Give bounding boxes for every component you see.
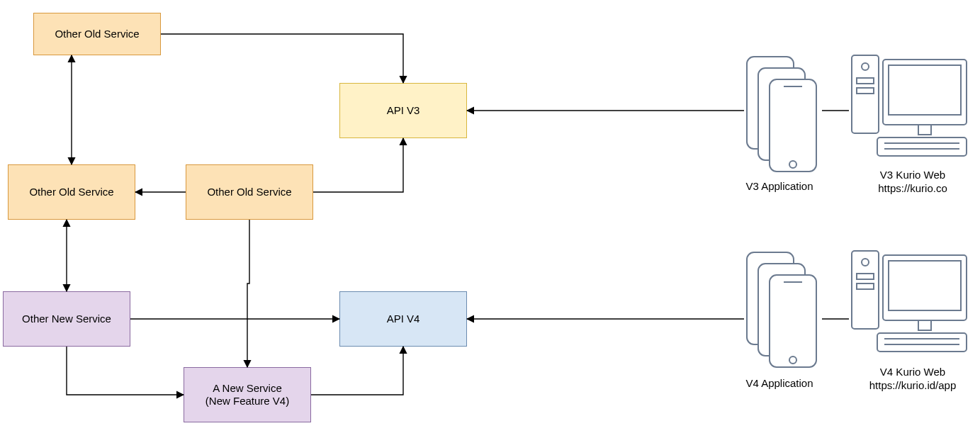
box-label: API V4 [387, 313, 420, 325]
box-label: Other New Service [22, 313, 111, 325]
svg-rect-27 [877, 333, 967, 352]
label-v3-app: V3 Application [723, 180, 836, 193]
box-old-service-left: Other Old Service [8, 164, 135, 220]
box-label: Other Old Service [207, 186, 291, 198]
box-label-line2: (New Feature V4) [205, 395, 289, 407]
phones-icon-v3 [744, 54, 822, 176]
arrows-overlay [0, 0, 980, 438]
svg-rect-25 [889, 261, 961, 310]
box-new-service-feature: A New Service (New Feature V4) [184, 367, 311, 422]
svg-rect-17 [770, 275, 816, 367]
box-old-service-top: Other Old Service [33, 13, 161, 55]
label-v4-web: V4 Kurio Web https://kurio.id/app [856, 366, 969, 393]
box-label: API V3 [387, 104, 420, 117]
desktop-icon-v4 [849, 245, 969, 361]
box-old-service-mid: Other Old Service [186, 164, 313, 220]
svg-rect-11 [918, 125, 931, 135]
svg-rect-26 [918, 320, 931, 330]
svg-rect-10 [889, 65, 961, 115]
box-new-service-left: Other New Service [3, 291, 130, 347]
box-api-v3: API V3 [339, 83, 467, 138]
label-v3-web: V3 Kurio Web https://kurio.co [856, 169, 969, 196]
label-v4-app: V4 Application [723, 377, 836, 391]
svg-rect-2 [770, 79, 816, 172]
box-api-v4: API V4 [339, 291, 467, 347]
box-label: Other Old Service [55, 28, 139, 40]
desktop-icon-v3 [849, 50, 969, 165]
svg-rect-12 [877, 137, 967, 156]
box-label-line1: A New Service [213, 382, 282, 394]
phones-icon-v4 [744, 249, 822, 372]
box-label: Other Old Service [29, 186, 113, 198]
